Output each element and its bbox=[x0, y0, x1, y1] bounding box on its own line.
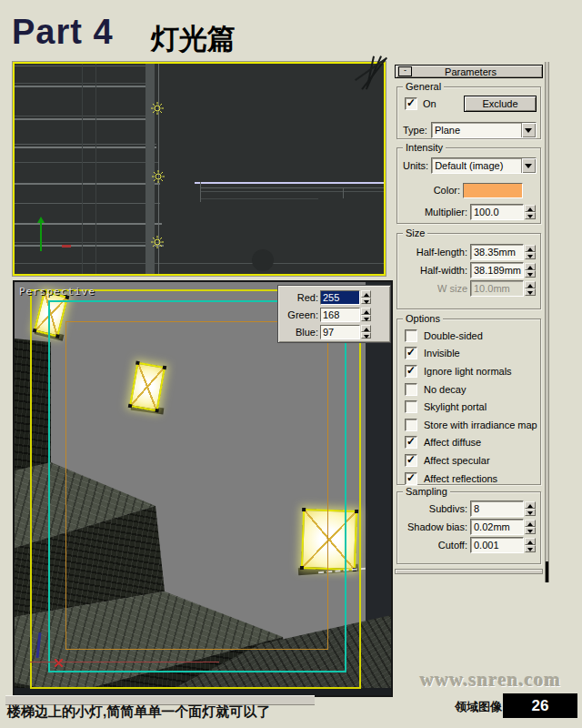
type-dropdown[interactable]: Plane bbox=[431, 122, 537, 138]
green-spinner[interactable] bbox=[361, 308, 371, 321]
spinner-down-icon[interactable] bbox=[361, 315, 371, 322]
page-title-chinese: 灯光篇 bbox=[151, 20, 236, 58]
cutoff-row: Cutoff: 0.001 bbox=[397, 536, 540, 554]
half-width-input[interactable]: 38.189mm bbox=[470, 262, 524, 278]
cutoff-spinner[interactable] bbox=[525, 538, 536, 552]
green-label: Green: bbox=[278, 309, 318, 320]
chevron-down-icon[interactable] bbox=[521, 123, 536, 137]
w-size-row: W size 10.0mm bbox=[397, 279, 540, 298]
spinner-down-icon[interactable] bbox=[525, 212, 536, 219]
subdivs-row: Subdivs: 8 bbox=[397, 500, 540, 518]
red-input[interactable]: 255 bbox=[320, 290, 360, 305]
on-checkbox[interactable] bbox=[405, 97, 417, 110]
half-length-spinner[interactable] bbox=[525, 245, 536, 259]
units-dropdown[interactable]: Default (image) bbox=[431, 157, 537, 174]
red-spinner[interactable] bbox=[361, 290, 371, 304]
half-length-input[interactable]: 38.35mm bbox=[470, 244, 524, 260]
exclude-button[interactable]: Exclude bbox=[464, 96, 537, 112]
panel-scrollbar[interactable] bbox=[545, 62, 549, 582]
spinner-up-icon[interactable] bbox=[525, 538, 536, 545]
option-row: Ignore light normals bbox=[397, 362, 540, 380]
half-width-label: Half-width: bbox=[420, 265, 467, 276]
spinner-down-icon bbox=[525, 288, 536, 296]
spinner-down-icon[interactable] bbox=[525, 527, 536, 534]
blue-input[interactable]: 97 bbox=[320, 325, 360, 339]
color-label: Color: bbox=[434, 185, 460, 196]
spinner-up-icon bbox=[525, 281, 536, 288]
group-general: General On Exclude Type: Plane bbox=[396, 86, 541, 139]
multiplier-label: Multiplier: bbox=[425, 207, 467, 217]
cutoff-label: Cutoff: bbox=[438, 540, 467, 551]
multiplier-spinner[interactable] bbox=[525, 205, 536, 219]
green-input[interactable]: 168 bbox=[320, 308, 360, 322]
double-sided-checkbox[interactable] bbox=[405, 329, 417, 342]
spinner-up-icon[interactable] bbox=[525, 205, 536, 212]
spinner-up-icon[interactable] bbox=[361, 325, 371, 332]
spinner-down-icon[interactable] bbox=[361, 298, 371, 305]
spinner-down-icon[interactable] bbox=[525, 545, 536, 552]
invisible-checkbox[interactable] bbox=[405, 347, 417, 359]
wireframe-line bbox=[200, 191, 384, 192]
viewport-perspective[interactable]: Perspective Red: 255 Green: 168 Blue: 97 bbox=[13, 280, 393, 697]
gizmo-handle bbox=[302, 508, 306, 511]
group-size: Size Half-length: 38.35mm Half-width: 38… bbox=[396, 233, 541, 309]
option-row: Double-sided bbox=[397, 327, 540, 345]
gizmo-handle bbox=[300, 566, 304, 570]
rollout-parameters[interactable]: - Parameters bbox=[395, 65, 543, 78]
plane-light-icon[interactable] bbox=[152, 170, 165, 183]
viewport-label[interactable]: Perspective bbox=[19, 286, 95, 298]
units-value: Default (image) bbox=[432, 158, 521, 173]
scrollbar-thumb[interactable] bbox=[546, 561, 548, 582]
affect-reflections-checkbox[interactable] bbox=[405, 472, 417, 485]
chevron-down-icon[interactable] bbox=[521, 158, 536, 173]
shadow-bias-input[interactable]: 0.02mm bbox=[470, 519, 524, 535]
spinner-up-icon[interactable] bbox=[525, 263, 536, 270]
group-legend: General bbox=[403, 81, 444, 92]
spinner-up-icon[interactable] bbox=[361, 290, 371, 298]
gizmo-handle bbox=[155, 409, 159, 413]
plane-light-icon[interactable] bbox=[151, 102, 164, 115]
shadow-bias-spinner[interactable] bbox=[525, 520, 536, 534]
spinner-down-icon[interactable] bbox=[525, 252, 536, 259]
plane-light-gizmo[interactable] bbox=[34, 290, 68, 337]
spinner-up-icon[interactable] bbox=[525, 245, 536, 252]
subdivs-spinner[interactable] bbox=[525, 501, 536, 516]
store-irradiance-checkbox[interactable] bbox=[405, 419, 417, 431]
plane-light-gizmo[interactable] bbox=[129, 362, 166, 412]
subdivs-input[interactable]: 8 bbox=[470, 500, 524, 517]
option-row: Store with irradiance map bbox=[397, 416, 540, 434]
shadow-bias-label: Shadow bias: bbox=[407, 521, 467, 532]
viewport-front[interactable] bbox=[13, 62, 386, 276]
spinner-down-icon[interactable] bbox=[525, 509, 536, 516]
option-label: Affect specular bbox=[424, 455, 490, 466]
red-row: Red: 255 bbox=[278, 288, 390, 306]
group-legend: Intensity bbox=[403, 142, 446, 153]
light-color-swatch[interactable] bbox=[463, 183, 523, 198]
spinner-up-icon[interactable] bbox=[525, 520, 536, 527]
wireframe-line bbox=[15, 203, 160, 204]
half-width-spinner[interactable] bbox=[525, 263, 536, 278]
no-decay-checkbox[interactable] bbox=[405, 383, 417, 396]
option-label: Affect reflections bbox=[424, 473, 497, 484]
affect-specular-checkbox[interactable] bbox=[405, 454, 417, 467]
cutoff-input[interactable]: 0.001 bbox=[470, 537, 524, 553]
plane-light-icon[interactable] bbox=[151, 236, 164, 248]
skylight-portal-checkbox[interactable] bbox=[405, 400, 417, 413]
affect-diffuse-checkbox[interactable] bbox=[405, 436, 417, 449]
ignore-light-normals-checkbox[interactable] bbox=[405, 365, 417, 378]
collapse-icon[interactable]: - bbox=[398, 66, 412, 76]
spinner-down-icon[interactable] bbox=[361, 332, 371, 339]
multiplier-input[interactable]: 100.0 bbox=[470, 204, 524, 220]
option-row: Invisible bbox=[397, 345, 540, 363]
blue-spinner[interactable] bbox=[361, 325, 371, 339]
rgb-color-popup: Red: 255 Green: 168 Blue: 97 bbox=[277, 285, 391, 343]
spinner-up-icon[interactable] bbox=[525, 501, 536, 509]
wireframe-line bbox=[15, 116, 155, 116]
on-label: On bbox=[423, 98, 436, 109]
spinner-up-icon[interactable] bbox=[361, 308, 371, 315]
next-rollout-clipped bbox=[395, 569, 543, 574]
option-row: Skylight portal bbox=[397, 398, 540, 416]
spinner-down-icon[interactable] bbox=[525, 270, 536, 278]
plane-light-gizmo[interactable] bbox=[301, 509, 357, 571]
subdivs-label: Subdivs: bbox=[429, 503, 467, 514]
